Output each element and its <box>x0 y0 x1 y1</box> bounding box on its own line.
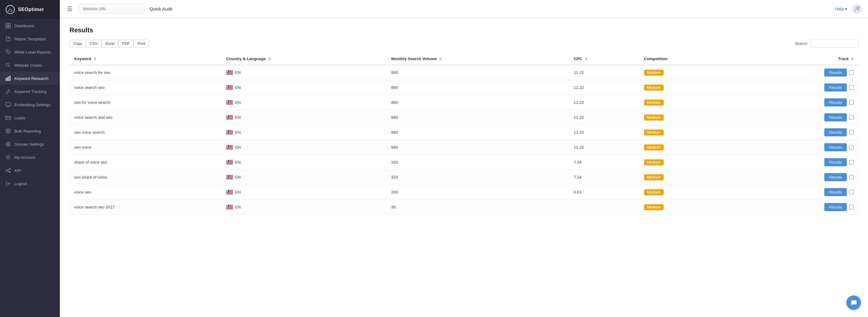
sidebar-item-white-label-reports[interactable]: White Label Reports <box>0 45 60 59</box>
sidebar-item-keyword-tracking[interactable]: Keyword Tracking <box>0 85 60 98</box>
topbar: ☰ Quick Audit Help ▾ <box>60 0 868 18</box>
mail-icon <box>5 115 11 120</box>
quick-audit-label: Quick Audit <box>150 6 173 11</box>
track-checkbox[interactable] <box>849 145 854 149</box>
svg-point-304 <box>227 162 227 162</box>
sidebar-item-domain-settings[interactable]: Domain Settings <box>0 138 60 151</box>
globe-icon <box>5 141 11 147</box>
toolbar-pdf-button[interactable]: PDF <box>118 40 133 47</box>
results-button[interactable]: Results <box>824 98 847 106</box>
cell-country: EN <box>221 185 386 200</box>
svg-point-305 <box>227 162 227 162</box>
track-checkbox[interactable] <box>849 175 854 179</box>
table-row: share of voice seo EN 320 <box>69 155 859 170</box>
results-button[interactable]: Results <box>824 69 847 77</box>
svg-rect-357 <box>226 193 233 193</box>
competition-badge: Medium <box>644 70 663 76</box>
toolbar-excel-button[interactable]: Excel <box>101 40 119 47</box>
sort-cpc-icon[interactable]: ⇅ <box>585 57 587 61</box>
track-checkbox[interactable] <box>849 100 854 105</box>
cell-country: EN <box>221 140 386 155</box>
main-content: Results CopyCSVExcelPDFPrint Search: Key… <box>60 18 868 317</box>
monitor-icon <box>5 102 11 107</box>
track-checkbox[interactable] <box>849 130 854 135</box>
sidebar-item-label: Keyword Research <box>14 76 49 81</box>
svg-rect-5 <box>8 26 10 28</box>
sidebar-item-logout[interactable]: Logout <box>0 177 60 190</box>
results-table: Keyword ⇅ Country & Language ⇅ Monthly S… <box>69 53 859 215</box>
cell-keyword: voice seo <box>69 185 221 200</box>
cell-track: Results <box>740 170 859 185</box>
sidebar-item-embedding-settings[interactable]: Embedding Settings <box>0 98 60 111</box>
results-button[interactable]: Results <box>824 113 847 121</box>
svg-point-426 <box>226 207 227 207</box>
col-competition-label: Competition <box>644 57 668 61</box>
sidebar-item-report-templates[interactable]: Report Templates <box>0 32 60 45</box>
user-avatar-button[interactable] <box>852 4 862 14</box>
track-checkbox[interactable] <box>849 205 854 209</box>
sidebar-item-website-crawls[interactable]: Website Crawls <box>0 59 60 72</box>
sort-country-icon[interactable]: ⇅ <box>268 57 271 61</box>
sort-track-icon[interactable]: ⇅ <box>851 57 854 61</box>
svg-rect-112 <box>226 104 233 104</box>
sort-keyword-icon[interactable]: ⇅ <box>94 57 96 61</box>
hamburger-button[interactable]: ☰ <box>66 4 74 14</box>
svg-rect-356 <box>226 192 233 193</box>
track-checkbox[interactable] <box>849 160 854 165</box>
results-button[interactable]: Results <box>824 83 847 92</box>
results-button[interactable]: Results <box>824 143 847 151</box>
sidebar-item-label: Keyword Tracking <box>14 90 46 94</box>
results-button[interactable]: Results <box>824 128 847 136</box>
competition-badge: Medium <box>644 160 663 165</box>
settings-icon <box>5 154 11 160</box>
col-cpc-label: CPC <box>574 57 583 61</box>
sidebar-item-bulk-reporting[interactable]: Bulk Reporting <box>0 125 60 138</box>
file-icon <box>5 36 11 42</box>
svg-rect-29 <box>226 73 233 74</box>
col-country: Country & Language ⇅ <box>221 53 386 65</box>
search-label: Search: <box>795 41 808 46</box>
toolbar-csv-button[interactable]: CSV <box>86 40 101 47</box>
search-icon <box>5 63 11 68</box>
results-button[interactable]: Results <box>824 173 847 181</box>
cell-country: EN <box>221 80 386 95</box>
sidebar-item-label: API <box>14 168 21 173</box>
cell-country: EN <box>221 155 386 170</box>
track-checkbox[interactable] <box>849 70 854 75</box>
chat-bubble-button[interactable] <box>846 295 861 310</box>
toolbar-print-button[interactable]: Print <box>133 40 149 47</box>
cell-country: EN <box>221 170 386 185</box>
website-url-input[interactable] <box>79 4 144 14</box>
cell-keyword: share of voice seo <box>69 155 221 170</box>
cell-volume: 260 <box>386 185 569 200</box>
toolbar-copy-button[interactable]: Copy <box>69 40 86 47</box>
logo-text: SEOptimer <box>18 7 44 12</box>
sidebar-item-api[interactable]: API <box>0 164 60 177</box>
cell-cpc: 7.34 <box>569 155 639 170</box>
sort-volume-icon[interactable]: ⇅ <box>439 57 442 61</box>
sidebar: SEOptimer DashboardReport TemplatesWhite… <box>0 0 60 317</box>
track-checkbox[interactable] <box>849 115 854 119</box>
help-button[interactable]: Help ▾ <box>835 7 847 11</box>
track-checkbox[interactable] <box>849 190 854 195</box>
track-checkbox[interactable] <box>849 85 854 90</box>
results-button[interactable]: Results <box>824 158 847 166</box>
svg-rect-396 <box>226 207 233 208</box>
sidebar-item-my-account[interactable]: My Account <box>0 151 60 164</box>
svg-point-428 <box>227 207 227 207</box>
sidebar-item-dashboard[interactable]: Dashboard <box>0 19 60 32</box>
toolbar-buttons: CopyCSVExcelPDFPrint <box>69 40 149 47</box>
sidebar-item-label: Report Templates <box>14 37 46 41</box>
search-input[interactable] <box>810 39 859 47</box>
svg-rect-235 <box>226 149 233 149</box>
sidebar-item-keyword-research[interactable]: Keyword Research <box>0 72 60 85</box>
sidebar-item-leads[interactable]: Leads <box>0 111 60 125</box>
svg-point-345 <box>227 177 227 177</box>
svg-point-140 <box>227 102 227 102</box>
results-button[interactable]: Results <box>824 188 847 196</box>
svg-point-142 <box>227 102 228 102</box>
us-flag-icon <box>226 100 233 105</box>
results-button[interactable]: Results <box>824 203 847 211</box>
svg-rect-70 <box>226 88 233 89</box>
bar-chart-icon <box>5 76 11 81</box>
